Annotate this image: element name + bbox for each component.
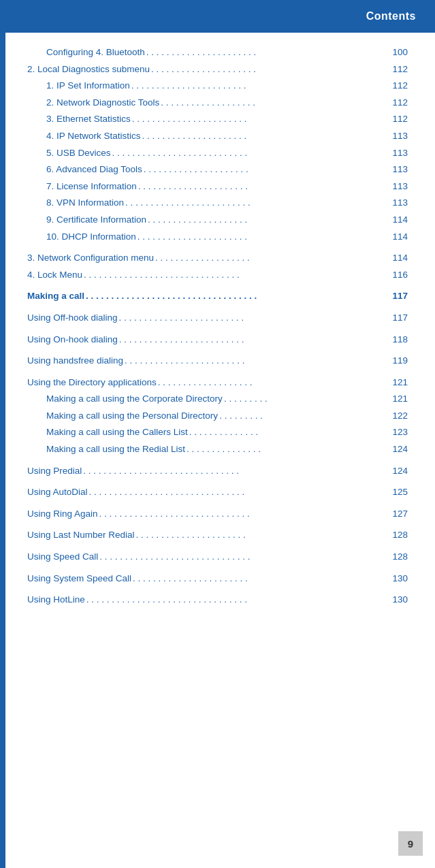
toc-dots-network-configuration-menu: . . . . . . . . . . . . . . . . . . . [154,251,387,266]
toc-page-advanced-diag-tools: 113 [387,162,408,177]
toc-page-making-call-callers-list: 123 [387,425,408,440]
toc-label-vpn-information: 8. VPN Information [27,195,124,210]
toc-label-using-off-hook-dialing: Using Off-hook dialing [27,310,118,325]
toc-label-using-system-speed-call: Using System Speed Call [27,571,131,586]
toc-item-making-a-call: Making a call . . . . . . . . . . . . . … [27,289,408,304]
toc-item-making-call-redial-list: Making a call using the Redial List . . … [27,442,408,457]
toc-page-making-a-call: 117 [387,289,408,304]
toc-page-making-call-redial-list: 124 [387,442,408,457]
toc-dots-local-diagnostics-submenu: . . . . . . . . . . . . . . . . . . . . … [150,62,387,77]
toc-page-using-handsfree-dialing: 119 [387,353,408,368]
toc-item-ip-network-statistics: 4. IP Network Statistics . . . . . . . .… [27,129,408,144]
toc-dots-using-off-hook-dialing: . . . . . . . . . . . . . . . . . . . . … [118,310,387,325]
toc-page-using-off-hook-dialing: 117 [387,310,408,325]
toc-item-making-call-personal-directory: Making a call using the Personal Directo… [27,408,408,423]
toc-label-using-speed-call: Using Speed Call [27,549,98,564]
toc-item-using-last-number-redial: Using Last Number Redial . . . . . . . .… [27,528,408,543]
toc-label-dhcp-information: 10. DHCP Information [27,229,136,244]
toc-item-usb-devices: 5. USB Devices . . . . . . . . . . . . .… [27,146,408,161]
toc-label-advanced-diag-tools: 6. Advanced Diag Tools [27,162,142,177]
toc-page-making-call-corporate-directory: 121 [387,391,408,406]
toc-item-vpn-information: 8. VPN Information . . . . . . . . . . .… [27,195,408,210]
toc-item-using-predial: Using Predial . . . . . . . . . . . . . … [27,464,408,479]
toc-label-using-autodial: Using AutoDial [27,485,88,500]
toc-dots-configuring-bluetooth: . . . . . . . . . . . . . . . . . . . . … [145,45,387,60]
toc-dots-usb-devices: . . . . . . . . . . . . . . . . . . . . … [111,146,387,161]
toc-page-dhcp-information: 114 [387,229,408,244]
toc-dots-advanced-diag-tools: . . . . . . . . . . . . . . . . . . . . … [142,162,387,177]
toc-page-using-system-speed-call: 130 [387,571,408,586]
toc-item-license-information: 7. License Information . . . . . . . . .… [27,179,408,194]
toc-label-using-last-number-redial: Using Last Number Redial [27,528,135,543]
toc-dots-making-call-redial-list: . . . . . . . . . . . . . . . [185,442,387,457]
toc-page-usb-devices: 113 [387,146,408,161]
toc-dots-using-predial: . . . . . . . . . . . . . . . . . . . . … [82,464,387,479]
toc-label-using-predial: Using Predial [27,464,82,479]
toc-label-using-on-hook-dialing: Using On-hook dialing [27,332,118,347]
toc-dots-ip-network-statistics: . . . . . . . . . . . . . . . . . . . . … [141,129,387,144]
toc-dots-using-last-number-redial: . . . . . . . . . . . . . . . . . . . . … [135,528,387,543]
toc-item-making-call-corporate-directory: Making a call using the Corporate Direct… [27,391,408,406]
toc-label-local-diagnostics-submenu: 2. Local Diagnostics submenu [27,62,150,77]
toc-dots-certificate-information: . . . . . . . . . . . . . . . . . . . . [146,212,387,227]
toc-dots-using-on-hook-dialing: . . . . . . . . . . . . . . . . . . . . … [118,332,387,347]
toc-page-vpn-information: 113 [387,195,408,210]
toc-page-using-ring-again: 127 [387,507,408,521]
toc-label-making-call-redial-list: Making a call using the Redial List [27,442,185,457]
toc-dots-using-speed-call: . . . . . . . . . . . . . . . . . . . . … [98,549,387,564]
toc-label-configuring-bluetooth: Configuring 4. Bluetooth [27,45,145,60]
toc-dots-using-autodial: . . . . . . . . . . . . . . . . . . . . … [88,485,387,500]
toc-dots-making-call-personal-directory: . . . . . . . . . [218,408,387,423]
toc-item-local-diagnostics-submenu: 2. Local Diagnostics submenu . . . . . .… [27,62,408,77]
toc-dots-network-diagnostic-tools: . . . . . . . . . . . . . . . . . . . [159,95,387,110]
toc-item-using-speed-call: Using Speed Call . . . . . . . . . . . .… [27,549,408,564]
toc-dots-ip-set-information: . . . . . . . . . . . . . . . . . . . . … [130,78,387,93]
toc-page-network-configuration-menu: 114 [387,251,408,266]
toc-item-using-ring-again: Using Ring Again . . . . . . . . . . . .… [27,507,408,521]
toc-page-license-information: 113 [387,179,408,194]
toc-page-local-diagnostics-submenu: 112 [387,62,408,77]
toc-dots-using-handsfree-dialing: . . . . . . . . . . . . . . . . . . . . … [123,353,387,368]
toc-label-lock-menu: 4. Lock Menu [27,268,82,283]
toc-page-using-last-number-redial: 128 [387,528,408,543]
toc-dots-ethernet-statistics: . . . . . . . . . . . . . . . . . . . . … [131,112,387,127]
toc-item-using-handsfree-dialing: Using handsfree dialing . . . . . . . . … [27,353,408,368]
toc-label-network-diagnostic-tools: 2. Network Diagnostic Tools [27,95,159,110]
toc-label-using-ring-again: Using Ring Again [27,507,98,521]
toc-page-using-predial: 124 [387,464,408,479]
toc-label-making-a-call: Making a call [27,289,84,304]
toc-page-using-speed-call: 128 [387,549,408,564]
toc-dots-vpn-information: . . . . . . . . . . . . . . . . . . . . … [124,195,387,210]
toc-page-lock-menu: 116 [387,268,408,283]
toc-page-using-directory-applications: 121 [387,375,408,390]
toc-item-advanced-diag-tools: 6. Advanced Diag Tools . . . . . . . . .… [27,162,408,177]
toc-item-network-diagnostic-tools: 2. Network Diagnostic Tools . . . . . . … [27,95,408,110]
toc-page-ethernet-statistics: 112 [387,112,408,127]
toc-label-ethernet-statistics: 3. Ethernet Statistics [27,112,131,127]
toc-dots-dhcp-information: . . . . . . . . . . . . . . . . . . . . … [136,229,387,244]
toc-item-configuring-bluetooth: Configuring 4. Bluetooth . . . . . . . .… [27,45,408,60]
toc-label-using-hotline: Using HotLine [27,592,85,607]
page-number: 9 [398,831,423,856]
toc-item-using-autodial: Using AutoDial . . . . . . . . . . . . .… [27,485,408,500]
toc-label-ip-set-information: 1. IP Set Information [27,78,130,93]
toc-dots-making-a-call: . . . . . . . . . . . . . . . . . . . . … [84,289,387,304]
toc-item-dhcp-information: 10. DHCP Information . . . . . . . . . .… [27,229,408,244]
header-bar: Contents [0,0,435,33]
toc-label-making-call-personal-directory: Making a call using the Personal Directo… [27,408,218,423]
toc-item-using-hotline: Using HotLine . . . . . . . . . . . . . … [27,592,408,607]
toc-page-using-hotline: 130 [387,592,408,607]
toc-label-network-configuration-menu: 3. Network Configuration menu [27,251,154,266]
toc-dots-using-directory-applications: . . . . . . . . . . . . . . . . . . . [157,375,387,390]
toc-page-making-call-personal-directory: 122 [387,408,408,423]
toc-item-lock-menu: 4. Lock Menu . . . . . . . . . . . . . .… [27,268,408,283]
toc-item-using-off-hook-dialing: Using Off-hook dialing . . . . . . . . .… [27,310,408,325]
toc-page-using-autodial: 125 [387,485,408,500]
toc-content: Configuring 4. Bluetooth . . . . . . . .… [0,33,435,637]
toc-page-ip-network-statistics: 113 [387,129,408,144]
header-title: Contents [366,10,416,22]
toc-item-using-on-hook-dialing: Using On-hook dialing . . . . . . . . . … [27,332,408,347]
toc-label-license-information: 7. License Information [27,179,137,194]
toc-dots-using-system-speed-call: . . . . . . . . . . . . . . . . . . . . … [131,571,387,586]
toc-dots-making-call-callers-list: . . . . . . . . . . . . . . [188,425,387,440]
